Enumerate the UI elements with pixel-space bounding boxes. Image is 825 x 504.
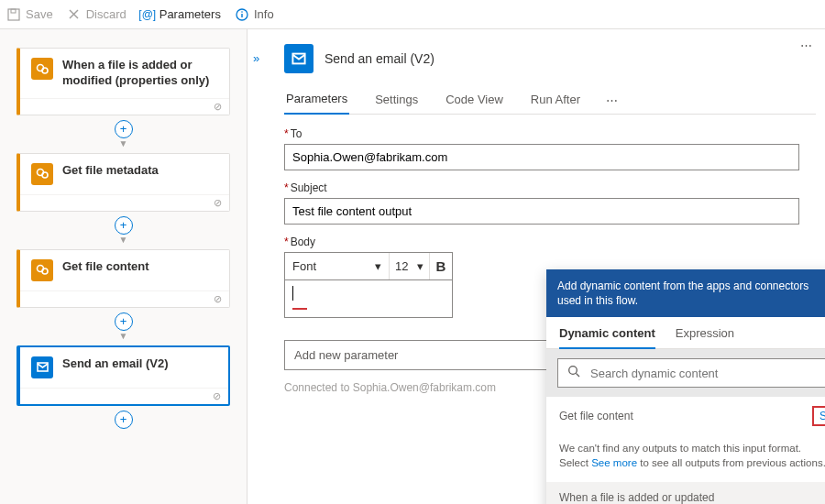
step-email-title: Send an email (V2) <box>62 356 169 372</box>
text-cursor <box>292 286 293 301</box>
search-input-wrapper <box>557 358 825 388</box>
link-icon: ⊘ <box>214 101 222 113</box>
subject-input[interactable] <box>284 198 799 225</box>
step-metadata[interactable]: Get file metadata ⊘ <box>16 153 230 212</box>
add-step-button[interactable]: + <box>115 216 133 235</box>
section-when-file-added: When a file is added or updated See more <box>546 482 825 504</box>
connector: + ▼ <box>16 216 230 245</box>
add-step-button[interactable]: + <box>115 312 133 331</box>
save-label: Save <box>26 7 53 21</box>
popover-headline: Add dynamic content from the apps and co… <box>557 279 823 308</box>
add-step-button[interactable]: + <box>115 411 133 429</box>
top-toolbar: Save Discard [@] Parameters Info <box>0 0 825 29</box>
step-trigger-title: When a file is added or modified (proper… <box>62 58 218 89</box>
card-title: Send an email (V2) <box>324 51 434 66</box>
info-icon <box>236 8 248 21</box>
body-label: *Body <box>284 236 816 248</box>
tab-codeview[interactable]: Code View <box>444 87 505 114</box>
parameters-button[interactable]: [@] Parameters <box>141 7 221 21</box>
svg-point-15 <box>569 367 578 375</box>
subject-label: *Subject <box>284 181 816 194</box>
tab-runafter[interactable]: Run After <box>529 87 582 114</box>
discard-label: Discard <box>86 7 126 21</box>
svg-rect-1 <box>11 9 16 13</box>
info-label: Info <box>254 7 274 21</box>
font-select[interactable]: Font▾ <box>285 253 390 279</box>
discard-icon <box>68 8 81 21</box>
svg-point-6 <box>241 11 243 13</box>
add-step-button[interactable]: + <box>115 120 133 138</box>
parameters-label: Parameters <box>160 7 221 21</box>
outlook-icon <box>31 356 53 378</box>
to-label: *To <box>284 127 816 140</box>
more-menu-icon[interactable]: ⋯ <box>800 38 812 52</box>
flow-canvas: When a file is added or modified (proper… <box>0 29 248 504</box>
save-button[interactable]: Save <box>7 7 53 21</box>
step-content[interactable]: Get file content ⊘ <box>16 249 230 308</box>
search-icon <box>567 365 581 381</box>
to-input[interactable] <box>284 144 799 170</box>
collapse-icon[interactable]: » <box>253 51 259 65</box>
card-tabs: Parameters Settings Code View Run After … <box>284 86 816 115</box>
chevron-down-icon: ▾ <box>417 259 424 273</box>
step-metadata-title: Get file metadata <box>62 163 159 179</box>
body-editor[interactable] <box>284 279 453 318</box>
save-icon <box>7 8 20 21</box>
see-more-button[interactable]: See more <box>812 406 825 426</box>
link-icon: ⊘ <box>214 293 222 305</box>
sharepoint-icon <box>31 58 53 80</box>
detail-pane: » ⋯ Send an email (V2) Parameters Settin… <box>248 29 825 504</box>
step-trigger[interactable]: When a file is added or modified (proper… <box>16 48 230 115</box>
arrow-down-icon: ▼ <box>119 332 128 341</box>
discard-button[interactable]: Discard <box>68 7 126 21</box>
sharepoint-icon <box>31 163 53 185</box>
editor-toolbar: Font▾ 12▾ B <box>284 252 453 279</box>
step-email[interactable]: Send an email (V2) ⊘ <box>16 345 230 406</box>
parameters-icon: [@] <box>141 8 154 21</box>
link-icon: ⊘ <box>214 197 222 209</box>
tabs-overflow-icon[interactable]: ⋯ <box>606 93 618 107</box>
info-button[interactable]: Info <box>236 7 274 21</box>
connector: + ▼ <box>16 312 230 341</box>
svg-line-16 <box>577 374 580 378</box>
step-content-title: Get file content <box>62 259 149 275</box>
bold-button[interactable]: B <box>430 258 452 274</box>
section-get-file-content: Get file content See more <box>546 397 825 435</box>
svg-rect-0 <box>8 9 19 20</box>
chevron-down-icon: ▾ <box>375 259 381 273</box>
no-outputs-message: We can't find any outputs to match this … <box>546 435 825 481</box>
tab-expression[interactable]: Expression <box>676 326 734 348</box>
arrow-down-icon: ▼ <box>119 139 128 148</box>
tab-parameters[interactable]: Parameters <box>284 86 349 115</box>
connector: + ▼ <box>16 120 230 148</box>
tab-settings[interactable]: Settings <box>373 87 420 114</box>
see-more-link[interactable]: See more <box>591 457 637 468</box>
tab-dynamic-content[interactable]: Dynamic content <box>559 326 655 349</box>
dynamic-content-popover: Add dynamic content from the apps and co… <box>546 269 825 504</box>
outlook-icon <box>284 44 314 73</box>
link-icon: ⊘ <box>213 390 221 402</box>
arrow-down-icon: ▼ <box>119 236 128 245</box>
sharepoint-icon <box>31 259 53 281</box>
font-size-select[interactable]: 12▾ <box>390 253 430 279</box>
search-input[interactable] <box>590 367 825 380</box>
connector: + <box>16 411 230 429</box>
spellcheck-underline <box>292 308 307 310</box>
